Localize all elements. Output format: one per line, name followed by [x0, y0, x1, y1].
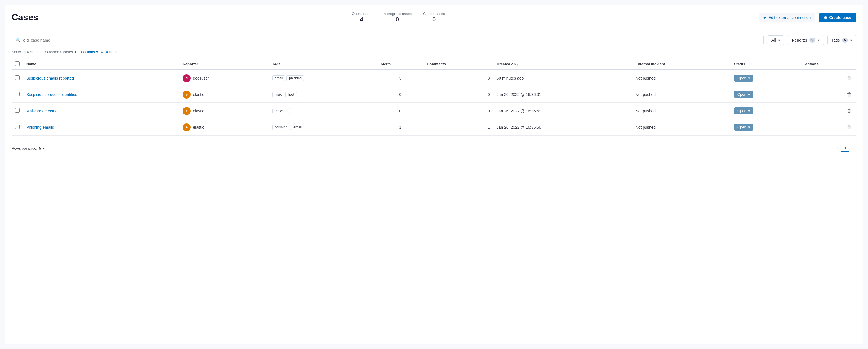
- case-name-link[interactable]: Suspicious process identified: [26, 92, 78, 97]
- table-row: Malware detectedeelasticmalware00Jan 26,…: [11, 103, 857, 119]
- page-header: Cases Open cases 4 In progress cases 0 C…: [11, 11, 857, 29]
- row-1-checkbox[interactable]: [15, 75, 20, 80]
- case-name-link[interactable]: Malware detected: [26, 109, 58, 113]
- closed-cases-value: 0: [423, 16, 445, 23]
- col-reporter: Reporter: [179, 59, 269, 70]
- trash-icon: 🗑: [847, 108, 852, 113]
- status-cell: Open ▾: [731, 86, 802, 103]
- edit-connection-label: Edit external connection: [769, 15, 811, 20]
- reporter-cell: eelastic: [179, 86, 269, 103]
- edit-connection-icon: ⇌: [764, 15, 767, 20]
- reporter-filter-dropdown[interactable]: Reporter 2 ▾: [788, 35, 824, 45]
- reporter-filter-label: Reporter: [792, 38, 807, 42]
- row-checkbox-cell: [11, 119, 23, 136]
- table-row: Phishing emailseelasticphishingemail11Ja…: [11, 119, 857, 136]
- status-button[interactable]: Open ▾: [734, 74, 753, 81]
- prev-page-button[interactable]: ‹: [834, 145, 840, 152]
- select-all-checkbox[interactable]: [15, 61, 20, 66]
- status-filter-dropdown[interactable]: All ▾: [767, 35, 784, 45]
- chevron-down-icon-status: ▾: [748, 125, 750, 129]
- case-name-cell: Suspicious process identified: [23, 86, 179, 103]
- delete-case-button[interactable]: 🗑: [846, 90, 853, 99]
- create-case-button[interactable]: ⊕ Create case: [819, 13, 857, 22]
- delete-case-button[interactable]: 🗑: [846, 74, 853, 82]
- delete-case-button[interactable]: 🗑: [846, 107, 853, 115]
- reporter-info: eelastic: [183, 124, 265, 131]
- row-checkbox-cell: [11, 86, 23, 103]
- selected-cases-text: Selected 0 cases: [45, 50, 73, 54]
- current-page-number[interactable]: 1: [841, 145, 849, 152]
- chevron-down-icon-status: ▾: [748, 76, 750, 80]
- status-label: Open: [737, 125, 746, 129]
- actions-cell: 🗑: [802, 70, 857, 86]
- tag: linux: [272, 92, 284, 97]
- alerts-cell: 3: [377, 70, 424, 86]
- avatar: e: [183, 91, 191, 99]
- reporter-filter-badge: 2: [809, 38, 815, 43]
- in-progress-cases-label: In progress cases: [382, 11, 412, 16]
- header-title-section: Cases: [11, 12, 38, 23]
- stats-section: Open cases 4 In progress cases 0 Closed …: [352, 11, 445, 23]
- closed-cases-stat: Closed cases 0: [423, 11, 445, 23]
- rows-per-page-control[interactable]: Rows per page: 5 ▾: [11, 146, 45, 150]
- case-name-link[interactable]: Suspicious emails reported: [26, 76, 74, 80]
- status-button[interactable]: Open ▾: [734, 124, 753, 131]
- tag: phishing: [286, 75, 304, 81]
- bulk-actions-label: Bulk actions: [75, 50, 95, 54]
- bulk-actions-button[interactable]: Bulk actions ▾: [75, 50, 98, 54]
- created-on-cell: Jan 26, 2022 @ 16:36:01: [493, 86, 632, 103]
- search-icon: 🔍: [15, 37, 21, 43]
- chevron-down-icon-status: ▾: [748, 92, 750, 97]
- row-4-checkbox[interactable]: [15, 125, 20, 129]
- created-on-cell: Jan 26, 2022 @ 16:35:59: [493, 103, 632, 119]
- chevron-down-icon-status: ▾: [748, 109, 750, 113]
- case-name-cell: Malware detected: [23, 103, 179, 119]
- created-on-cell: 50 minutes ago: [493, 70, 632, 86]
- tags-filter-dropdown[interactable]: Tags 5 ▾: [827, 35, 857, 45]
- search-input[interactable]: [23, 38, 760, 42]
- status-button[interactable]: Open ▾: [734, 91, 753, 98]
- rows-per-page-label: Rows per page:: [11, 146, 37, 150]
- refresh-icon: ↻: [100, 50, 103, 54]
- external-incident-cell: Not pushed: [632, 103, 731, 119]
- case-name-link[interactable]: Phishing emails: [26, 125, 54, 130]
- row-2-checkbox[interactable]: [15, 92, 20, 96]
- trash-icon: 🗑: [847, 124, 852, 130]
- tag: host: [285, 92, 297, 97]
- comments-cell: 3: [424, 70, 493, 86]
- reporter-name: docsuser: [193, 76, 209, 80]
- avatar: e: [183, 107, 191, 115]
- case-name-cell: Phishing emails: [23, 119, 179, 136]
- tags-filter-label: Tags: [832, 38, 840, 42]
- edit-connection-button[interactable]: ⇌ Edit external connection: [758, 13, 815, 22]
- subbar-separator: |: [41, 50, 42, 54]
- external-incident-cell: Not pushed: [632, 119, 731, 136]
- col-status: Status: [731, 59, 802, 70]
- row-3-checkbox[interactable]: [15, 108, 20, 113]
- avatar: e: [183, 124, 191, 131]
- col-comments: Comments: [424, 59, 493, 70]
- subbar: Showing 4 cases | Selected 0 cases Bulk …: [11, 50, 857, 54]
- status-button[interactable]: Open ▾: [734, 107, 753, 114]
- open-cases-stat: Open cases 4: [352, 11, 371, 23]
- status-cell: Open ▾: [731, 119, 802, 136]
- sort-icon: ↓: [517, 62, 519, 66]
- status-cell: Open ▾: [731, 103, 802, 119]
- chevron-down-icon-bulk: ▾: [96, 50, 98, 54]
- actions-cell: 🗑: [802, 119, 857, 136]
- reporter-cell: ddocsuser: [179, 70, 269, 86]
- tags-filter-badge: 5: [842, 38, 848, 43]
- external-incident-cell: Not pushed: [632, 70, 731, 86]
- row-checkbox-cell: [11, 70, 23, 86]
- external-incident-cell: Not pushed: [632, 86, 731, 103]
- chevron-down-icon-rows: ▾: [43, 146, 45, 150]
- page-title: Cases: [11, 12, 38, 23]
- status-filter-label: All: [771, 38, 776, 42]
- status-label: Open: [737, 92, 746, 97]
- next-page-button[interactable]: ›: [850, 145, 857, 152]
- col-external-incident: External Incident: [632, 59, 731, 70]
- refresh-button[interactable]: ↻ Refresh: [100, 50, 118, 54]
- created-on-cell: Jan 26, 2022 @ 16:35:56: [493, 119, 632, 136]
- delete-case-button[interactable]: 🗑: [846, 123, 853, 131]
- in-progress-cases-stat: In progress cases 0: [382, 11, 412, 23]
